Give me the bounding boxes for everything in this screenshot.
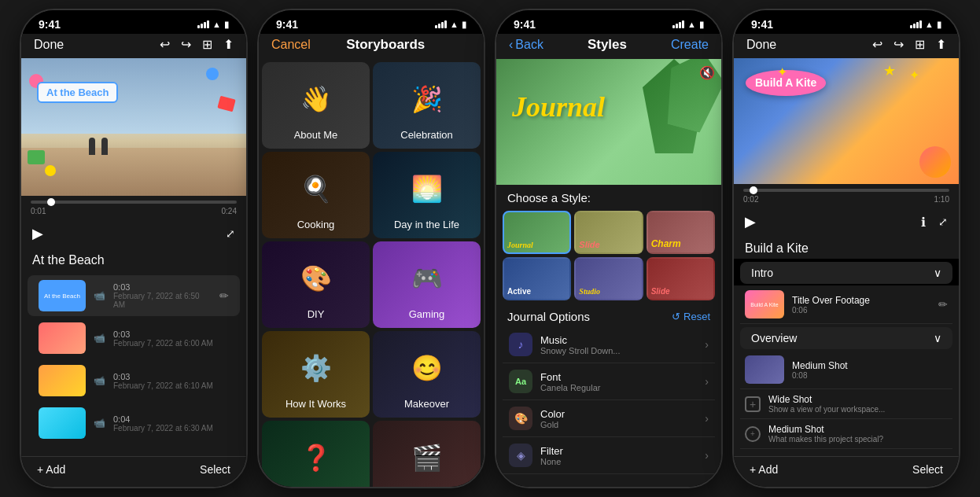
overview-section-header[interactable]: Overview ∨ xyxy=(740,327,952,349)
share-icon[interactable]: ⬆ xyxy=(223,37,234,52)
reset-button[interactable]: ↺ Reset xyxy=(672,311,710,322)
storyboard-day-in-life[interactable]: 🌅 Day in the Life xyxy=(373,152,481,238)
celebration-label: Celebration xyxy=(373,129,481,141)
clip-info: 0:03 February 7, 2022 at 6:10 AM xyxy=(113,372,229,390)
phone-editor: 9:41 ▲ ▮ Done ↩ ↪ ⊞ ⬆ xyxy=(20,9,248,488)
time-start: 0:01 xyxy=(31,207,46,215)
create-button[interactable]: Create xyxy=(671,38,709,52)
status-bar-2: 9:41 ▲ ▮ xyxy=(259,10,484,34)
storyboard-cooking[interactable]: 🍳 Cooking xyxy=(262,152,370,238)
select-button-1[interactable]: Select xyxy=(200,463,230,476)
clip-item[interactable]: At the Beach 📹 0:03 February 7, 2022 at … xyxy=(28,275,240,316)
status-icons-1: ▲ ▮ xyxy=(197,20,229,30)
time-3: 9:41 xyxy=(514,18,536,31)
redo-icon[interactable]: ↪ xyxy=(181,37,191,52)
time-2: 9:41 xyxy=(276,18,298,31)
timeline-times-4: 0:02 1:10 xyxy=(743,195,949,204)
status-bar-1: 9:41 ▲ ▮ xyxy=(21,10,246,34)
done-button-4[interactable]: Done xyxy=(746,38,776,52)
undo-icon-4[interactable]: ↩ xyxy=(872,37,882,52)
story-clip-medium[interactable]: Medium Shot 0:08 xyxy=(740,351,952,389)
storyboard-diy[interactable]: 🎨 DIY xyxy=(262,241,370,328)
intro-chevron: ∨ xyxy=(934,267,941,279)
select-button-4[interactable]: Select xyxy=(912,463,943,476)
style-journal[interactable]: Journal xyxy=(503,211,571,254)
beach-title-overlay[interactable]: At the Beach xyxy=(37,82,118,103)
storyboard-how-it-works[interactable]: ⚙️ How It Works xyxy=(262,331,370,418)
style-charm[interactable]: Charm xyxy=(647,211,715,254)
option-music-text: Music Snowy Stroll Down... xyxy=(540,334,697,355)
story-clip-title[interactable]: Build A Kite Title Over Footage 0:06 ✏ xyxy=(740,285,952,324)
cancel-button[interactable]: Cancel xyxy=(271,38,311,52)
layout-icon-4[interactable]: ⊞ xyxy=(915,37,925,52)
editor-bottom-bar: + Add Select xyxy=(21,456,246,487)
clip-info-wide: Wide Shot Show a view of your workspace.… xyxy=(768,394,948,414)
style-active[interactable]: Active xyxy=(503,257,571,300)
fullscreen-button-4[interactable]: ⤢ xyxy=(938,215,948,228)
play-button-1[interactable]: ▶ xyxy=(32,225,43,242)
filter-option[interactable]: ◈ Filter None › xyxy=(503,437,715,474)
status-icons-4: ▲ ▮ xyxy=(910,20,941,30)
storyboard-celebration[interactable]: 🎉 Celebration xyxy=(373,62,481,149)
fullscreen-button-1[interactable]: ⤢ xyxy=(226,227,235,240)
add-button-1[interactable]: + Add xyxy=(37,463,65,476)
kite-star-icon: ★ xyxy=(883,62,896,79)
timeline-bar-4[interactable] xyxy=(743,189,949,192)
about-me-label: About Me xyxy=(262,129,370,141)
wifi-icon-1: ▲ xyxy=(212,20,221,29)
style-journal-label: Journal xyxy=(507,241,533,249)
clip-item[interactable]: 📹 0:03 February 7, 2022 at 6:00 AM xyxy=(28,318,240,359)
font-option[interactable]: Aa Font Canela Regular › xyxy=(503,363,715,400)
mute-icon[interactable]: 🔇 xyxy=(699,65,715,80)
clip-thumb-title: Build A Kite xyxy=(745,290,784,318)
share-icon-4[interactable]: ⬆ xyxy=(936,37,946,52)
back-button[interactable]: ‹ Back xyxy=(509,38,543,52)
how-it-works-icon: ⚙️ xyxy=(300,353,332,383)
intro-section-label: Intro xyxy=(751,267,773,279)
clip-edit-icon-4[interactable]: ✏ xyxy=(938,298,948,311)
redo-icon-4[interactable]: ↪ xyxy=(893,37,904,52)
status-icons-3: ▲ ▮ xyxy=(672,20,704,30)
battery-icon-1: ▮ xyxy=(224,20,229,30)
story-clip-wide[interactable]: + Wide Shot Show a view of your workspac… xyxy=(740,389,952,419)
option-color-text: Color Gold xyxy=(540,408,697,429)
clip-item[interactable]: 📹 0:04 February 7, 2022 at 6:30 AM xyxy=(28,403,240,444)
playback-controls-1: ▶ ⤢ xyxy=(21,220,246,247)
playhead-4[interactable] xyxy=(750,186,757,194)
color-option[interactable]: 🎨 Color Gold › xyxy=(503,400,715,437)
style-studio[interactable]: Studio xyxy=(574,257,643,300)
clip-item[interactable]: 📹 0:03 February 7, 2022 at 6:10 AM xyxy=(28,360,240,401)
storyboard-film[interactable]: 🎬 Film xyxy=(373,421,481,487)
timeline-1[interactable]: 0:01 0:24 xyxy=(21,196,246,220)
clips-list: At the Beach 📹 0:03 February 7, 2022 at … xyxy=(21,271,246,456)
sparkle-icon-2: ✦ xyxy=(909,68,919,83)
add-button-4[interactable]: + Add xyxy=(750,463,778,476)
intro-section-header[interactable]: Intro ∨ xyxy=(740,262,952,284)
music-option[interactable]: ♪ Music Snowy Stroll Down... › xyxy=(503,326,715,363)
timeline-bar[interactable] xyxy=(31,201,237,204)
clip-edit-icon[interactable]: ✏ xyxy=(219,289,229,302)
play-button-4[interactable]: ▶ xyxy=(745,213,756,230)
style-slide2[interactable]: Slide xyxy=(647,257,715,300)
wifi-icon-4: ▲ xyxy=(925,20,934,29)
playhead[interactable] xyxy=(47,198,55,206)
time-end: 0:24 xyxy=(222,207,237,215)
timeline-4[interactable]: 0:02 1:10 xyxy=(734,184,959,208)
storyboard-qa[interactable]: ❓ Q&A xyxy=(262,421,370,487)
storyboard-about-me[interactable]: 👋 About Me xyxy=(262,62,370,149)
video-clip-icon: 📹 xyxy=(94,290,105,301)
story-clips: Build A Kite Title Over Footage 0:06 ✏ O… xyxy=(734,285,959,456)
video-clip-icon: 📹 xyxy=(94,418,105,429)
chevron-icon: › xyxy=(705,449,709,462)
layout-icon[interactable]: ⊞ xyxy=(202,37,212,52)
done-button-1[interactable]: Done xyxy=(34,38,64,52)
chevron-icon: › xyxy=(705,412,709,425)
storyboard-makeover[interactable]: 😊 Makeover xyxy=(373,331,481,418)
storyboard-gaming[interactable]: 🎮 Gaming xyxy=(373,241,481,328)
cooking-label: Cooking xyxy=(262,219,370,230)
info-icon[interactable]: ℹ xyxy=(921,215,926,230)
story-clip-medium2[interactable]: + Medium Shot What makes this project sp… xyxy=(740,419,952,449)
style-slide[interactable]: Slide xyxy=(574,211,643,254)
undo-icon[interactable]: ↩ xyxy=(160,37,170,52)
phone-storyboards: 9:41 ▲ ▮ Cancel Storyboards ··· 👋 About … xyxy=(257,9,485,488)
